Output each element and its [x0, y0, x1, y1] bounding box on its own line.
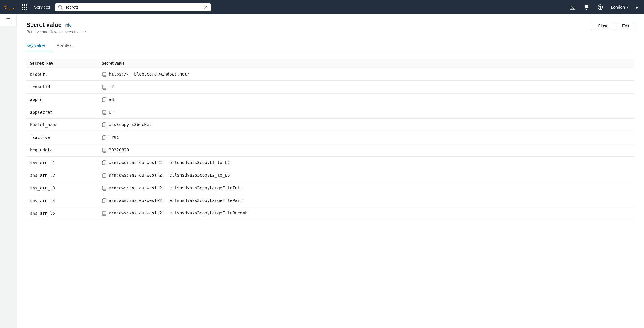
- svg-rect-31: [103, 123, 106, 126]
- copy-icon[interactable]: [102, 160, 106, 165]
- secret-value-cell: 0~: [98, 106, 634, 118]
- panel-actions: Close Edit: [593, 22, 634, 30]
- copy-icon[interactable]: [102, 72, 106, 77]
- secret-value-cell: 20220820: [98, 144, 634, 156]
- table-row: bucket_name azs3copy-s3bucket: [26, 119, 634, 131]
- secret-value-text: 0~: [109, 110, 114, 114]
- panel-header: Secret value Info Retrieve and view the …: [26, 22, 634, 34]
- panel-title-area: Secret value Info Retrieve and view the …: [26, 22, 87, 34]
- svg-rect-46: [103, 186, 106, 189]
- svg-rect-2: [24, 4, 25, 6]
- secret-key-cell: tenantid: [26, 81, 98, 93]
- secret-value-text: a8: [109, 97, 114, 102]
- region-selector[interactable]: London ▾: [608, 4, 631, 11]
- secret-key-cell: appid: [26, 93, 98, 106]
- secret-key-cell: sns_arn_l4: [26, 194, 98, 207]
- svg-point-14: [586, 9, 587, 10]
- tab-plaintext[interactable]: Plaintext: [57, 40, 79, 51]
- info-link[interactable]: Info: [65, 23, 71, 27]
- svg-rect-19: [103, 72, 106, 76]
- close-button[interactable]: Close: [593, 22, 613, 30]
- table-row: sns_arn_l4 arn:aws:sns:eu-west-2: :etlsn…: [26, 194, 634, 207]
- aws-logo[interactable]: aws: [4, 4, 16, 11]
- svg-text:?: ?: [599, 6, 602, 9]
- secret-value-text: 20220820: [109, 148, 129, 152]
- svg-rect-12: [570, 5, 575, 9]
- copy-icon[interactable]: [102, 198, 106, 203]
- bell-icon[interactable]: [581, 3, 592, 11]
- svg-rect-28: [103, 110, 106, 114]
- svg-rect-34: [103, 136, 106, 139]
- svg-rect-25: [103, 98, 106, 101]
- svg-rect-5: [24, 7, 25, 8]
- secret-key-cell: sns_arn_l2: [26, 169, 98, 182]
- secret-key-cell: appsecret: [26, 106, 98, 118]
- table-row: begindate 20220820: [26, 144, 634, 156]
- secret-table: Secret key Secret value bloburl https://…: [26, 59, 634, 220]
- table-row: sns_arn_l5 arn:aws:sns:eu-west-2: :etlsn…: [26, 207, 634, 220]
- copy-icon[interactable]: [102, 122, 106, 127]
- secret-value-text: https:// .blob.core.windows.net/: [109, 72, 190, 76]
- svg-text:aws: aws: [4, 5, 7, 7]
- secret-value-text: arn:aws:sns:eu-west-2: :etlsnsdvazs3copy…: [109, 160, 230, 165]
- copy-icon[interactable]: [102, 110, 106, 115]
- copy-icon[interactable]: [102, 173, 106, 178]
- table-row: bloburl https:// .blob.core.windows.net/: [26, 68, 634, 81]
- grid-icon[interactable]: [19, 3, 29, 11]
- search-clear-button[interactable]: ✕: [204, 4, 208, 10]
- secret-value-text: True: [109, 135, 119, 140]
- svg-rect-9: [26, 9, 27, 10]
- secret-value-cell: arn:aws:sns:eu-west-2: :etlsnsdvazs3copy…: [98, 169, 634, 182]
- secret-value-cell: True: [98, 131, 634, 144]
- secret-value-panel: Secret value Info Retrieve and view the …: [17, 14, 644, 328]
- copy-icon[interactable]: [102, 85, 106, 90]
- svg-rect-49: [103, 199, 106, 202]
- tabs-container: Key/value Plaintext: [26, 40, 634, 51]
- svg-rect-37: [103, 148, 106, 151]
- copy-icon[interactable]: [102, 148, 106, 153]
- col-header-key: Secret key: [26, 59, 98, 68]
- copy-icon[interactable]: [102, 97, 106, 102]
- services-button[interactable]: Services: [32, 4, 53, 11]
- secret-key-cell: begindate: [26, 144, 98, 156]
- svg-rect-8: [24, 9, 25, 10]
- secret-value-cell: arn:aws:sns:eu-west-2: :etlsnsdvazs3copy…: [98, 194, 634, 207]
- sidebar-toggle-button[interactable]: ☰: [0, 14, 17, 26]
- svg-rect-1: [22, 4, 23, 6]
- secret-key-cell: isactive: [26, 131, 98, 144]
- search-bar: ✕: [55, 3, 211, 11]
- svg-rect-43: [103, 174, 106, 177]
- secret-value-text: arn:aws:sns:eu-west-2: :etlsnsdvazs3copy…: [109, 186, 243, 190]
- panel-title: Secret value Info: [26, 22, 87, 28]
- table-row: appsecret 0~: [26, 106, 634, 118]
- secret-key-cell: sns_arn_l1: [26, 157, 98, 169]
- secret-value-cell: a8: [98, 93, 634, 106]
- secret-value-cell: arn:aws:sns:eu-west-2: :etlsnsdvazs3copy…: [98, 207, 634, 220]
- secret-value-text: arn:aws:sns:eu-west-2: :etlsnsdvazs3copy…: [109, 211, 248, 215]
- copy-icon[interactable]: [102, 135, 106, 140]
- panel-subtitle: Retrieve and view the secret value.: [26, 30, 87, 34]
- table-body: bloburl https:// .blob.core.windows.net/…: [26, 68, 634, 220]
- secret-key-cell: sns_arn_l5: [26, 207, 98, 220]
- terminal-icon[interactable]: [567, 3, 578, 11]
- secret-value-text: arn:aws:sns:eu-west-2: :etlsnsdvazs3copy…: [109, 173, 230, 177]
- tab-key-value[interactable]: Key/value: [26, 40, 51, 51]
- svg-rect-7: [22, 9, 23, 10]
- secret-value-text: azs3copy-s3bucket: [109, 122, 152, 127]
- nav-expand-button[interactable]: ▸: [633, 3, 640, 11]
- svg-rect-52: [103, 211, 106, 215]
- table-row: sns_arn_l2 arn:aws:sns:eu-west-2: :etlsn…: [26, 169, 634, 182]
- search-icon: [58, 5, 63, 10]
- svg-point-10: [58, 5, 61, 8]
- copy-icon[interactable]: [102, 211, 106, 216]
- svg-rect-6: [26, 7, 27, 8]
- copy-icon[interactable]: [102, 186, 106, 191]
- table-row: sns_arn_l3 arn:aws:sns:eu-west-2: :etlsn…: [26, 182, 634, 194]
- secret-key-cell: bucket_name: [26, 119, 98, 131]
- help-icon[interactable]: ?: [595, 3, 606, 11]
- svg-line-11: [61, 8, 63, 10]
- edit-button[interactable]: Edit: [617, 22, 634, 30]
- search-input[interactable]: [65, 5, 201, 10]
- region-dropdown-arrow: ▾: [627, 5, 628, 10]
- secret-value-text: f2: [109, 84, 114, 89]
